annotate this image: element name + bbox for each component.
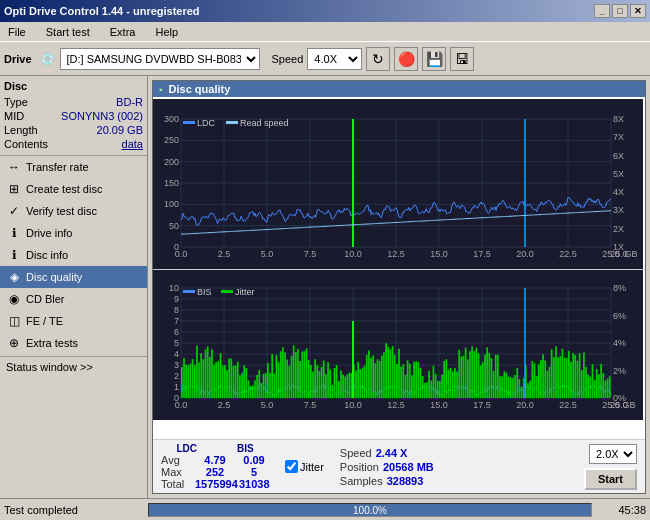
menu-file[interactable]: File	[4, 24, 30, 40]
nav-icon-7: ◫	[6, 313, 22, 329]
nav-item-extra-tests[interactable]: ⊕Extra tests	[0, 332, 147, 354]
nav-item-disc-info[interactable]: ℹDisc info	[0, 244, 147, 266]
status-text: Test completed	[4, 504, 144, 516]
ldc-chart	[153, 99, 645, 270]
menu-start-test[interactable]: Start test	[42, 24, 94, 40]
speed-dropdown[interactable]: 2.0X	[589, 444, 637, 464]
nav-item-drive-info[interactable]: ℹDrive info	[0, 222, 147, 244]
drive-icon: 💿	[40, 51, 56, 67]
jitter-checkbox[interactable]	[285, 460, 298, 473]
menu-extra[interactable]: Extra	[106, 24, 140, 40]
jitter-label: Jitter	[300, 461, 324, 473]
nav-icon-5: ◈	[6, 269, 22, 285]
nav-label-2: Verify test disc	[26, 205, 97, 217]
nav-label-1: Create test disc	[26, 183, 102, 195]
nav-label-3: Drive info	[26, 227, 72, 239]
title-bar: Opti Drive Control 1.44 - unregistered _…	[0, 0, 650, 22]
col-headers: LDC BIS Avg 4.79 0.09 Max 252 5 Total	[161, 443, 269, 490]
refresh-button[interactable]: ↻	[366, 47, 390, 71]
nav-icon-1: ⊞	[6, 181, 22, 197]
type-label: Type	[4, 96, 28, 108]
ldc-avg: 4.79	[195, 454, 235, 466]
chart-area: ▪ Disc quality LDC BIS Avg	[152, 80, 646, 494]
nav-item-create-test-disc[interactable]: ⊞Create test disc	[0, 178, 147, 200]
bis-chart	[153, 270, 645, 439]
length-value: 20.09 GB	[97, 124, 143, 136]
bis-max: 5	[239, 466, 269, 478]
ldc-max: 252	[195, 466, 235, 478]
bis-total: 31038	[239, 478, 269, 490]
nav-label-0: Transfer rate	[26, 161, 89, 173]
nav-item-cd-bler[interactable]: ◉CD Bler	[0, 288, 147, 310]
speed-label: Speed	[272, 53, 304, 65]
time-display: 45:38	[596, 504, 646, 516]
length-label: Length	[4, 124, 38, 136]
speed-section: Speed 2.44 X Position 20568 MB Samples 3…	[340, 447, 434, 487]
bis-avg: 0.09	[239, 454, 269, 466]
menu-help[interactable]: Help	[151, 24, 182, 40]
disc-button[interactable]: 💾	[422, 47, 446, 71]
chart-title: Disc quality	[169, 83, 231, 95]
disc-section: Disc Type BD-R MID SONYNN3 (002) Length …	[0, 76, 147, 156]
contents-value[interactable]: data	[122, 138, 143, 150]
mid-label: MID	[4, 110, 24, 122]
max-label: Max	[161, 466, 191, 478]
nav-item-fe---te[interactable]: ◫FE / TE	[0, 310, 147, 332]
progress-bar: 100.0%	[148, 503, 592, 517]
contents-label: Contents	[4, 138, 48, 150]
menu-bar: File Start test Extra Help	[0, 22, 650, 42]
avg-label: Avg	[161, 454, 191, 466]
maximize-button[interactable]: □	[612, 4, 628, 18]
samples-value: 328893	[387, 475, 424, 487]
total-label: Total	[161, 478, 191, 490]
nav-icon-6: ◉	[6, 291, 22, 307]
jitter-section: Jitter	[285, 460, 324, 473]
main-content: Disc Type BD-R MID SONYNN3 (002) Length …	[0, 76, 650, 498]
status-bar: Test completed 100.0% 45:38	[0, 498, 650, 520]
nav-icon-0: ↔	[6, 159, 22, 175]
drive-label: Drive	[4, 53, 32, 65]
drive-select[interactable]: [D:] SAMSUNG DVDWBD SH-B083L SB00	[60, 48, 260, 70]
stats-row: LDC BIS Avg 4.79 0.09 Max 252 5 Total	[153, 439, 645, 493]
speed-stat-label: Speed	[340, 447, 372, 459]
nav-item-transfer-rate[interactable]: ↔Transfer rate	[0, 156, 147, 178]
samples-label: Samples	[340, 475, 383, 487]
toolbar: Drive 💿 [D:] SAMSUNG DVDWBD SH-B083L SB0…	[0, 42, 650, 76]
chart-title-bar: ▪ Disc quality	[153, 81, 645, 97]
ldc-total: 1575994	[195, 478, 235, 490]
control-section: 2.0X Start	[584, 444, 637, 490]
nav-label-4: Disc info	[26, 249, 68, 261]
speed-select[interactable]: 4.0X	[307, 48, 362, 70]
save-button[interactable]: 🖫	[450, 47, 474, 71]
nav-label-8: Extra tests	[26, 337, 78, 349]
nav-label-7: FE / TE	[26, 315, 63, 327]
nav-icon-3: ℹ	[6, 225, 22, 241]
window-controls: _ □ ✕	[594, 4, 646, 18]
disc-title: Disc	[4, 80, 143, 92]
start-button[interactable]: Start	[584, 468, 637, 490]
bis-col-header: BIS	[237, 443, 254, 454]
type-value: BD-R	[116, 96, 143, 108]
disc-length-row: Length 20.09 GB	[4, 123, 143, 137]
left-panel: Disc Type BD-R MID SONYNN3 (002) Length …	[0, 76, 148, 498]
nav-list: ↔Transfer rate⊞Create test disc✓Verify t…	[0, 156, 147, 354]
position-value: 20568 MB	[383, 461, 434, 473]
status-window-button[interactable]: Status window >>	[0, 356, 147, 377]
mid-value: SONYNN3 (002)	[61, 110, 143, 122]
disc-contents-row: Contents data	[4, 137, 143, 151]
nav-icon-4: ℹ	[6, 247, 22, 263]
progress-label: 100.0%	[149, 504, 591, 518]
status-window-label: Status window >>	[6, 361, 93, 373]
nav-icon-2: ✓	[6, 203, 22, 219]
nav-item-disc-quality[interactable]: ◈Disc quality	[0, 266, 147, 288]
minimize-button[interactable]: _	[594, 4, 610, 18]
burn-button[interactable]: 🔴	[394, 47, 418, 71]
close-button[interactable]: ✕	[630, 4, 646, 18]
app-title: Opti Drive Control 1.44 - unregistered	[4, 5, 200, 17]
nav-icon-8: ⊕	[6, 335, 22, 351]
right-panel: ▪ Disc quality LDC BIS Avg	[148, 76, 650, 498]
nav-item-verify-test-disc[interactable]: ✓Verify test disc	[0, 200, 147, 222]
nav-label-6: CD Bler	[26, 293, 65, 305]
disc-mid-row: MID SONYNN3 (002)	[4, 109, 143, 123]
speed-stat-value: 2.44 X	[376, 447, 408, 459]
